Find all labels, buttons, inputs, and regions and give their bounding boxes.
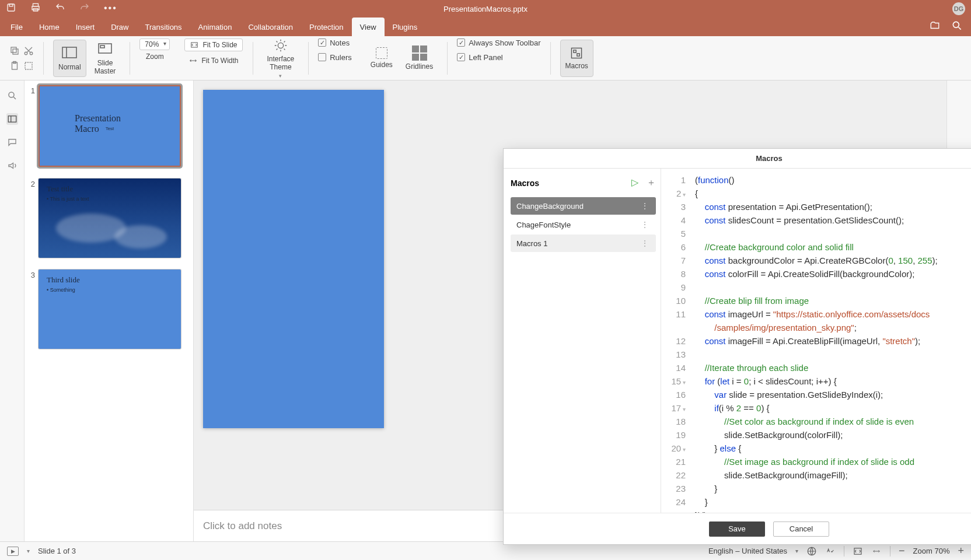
always-toolbar-checkbox[interactable]: ✓Always Show Toolbar: [457, 38, 540, 47]
thumb-num-1: 1: [27, 85, 35, 167]
svg-rect-6: [13, 49, 18, 54]
globe-icon[interactable]: [806, 546, 817, 556]
slideshow-dropdown-icon[interactable]: ▾: [27, 548, 30, 554]
gridlines-label: Gridlines: [406, 62, 433, 71]
document-title: PresentationMacros.pptx: [443, 5, 528, 13]
print-icon[interactable]: [30, 2, 41, 15]
dialog-footer: Save Cancel: [504, 513, 971, 544]
tab-plugins[interactable]: Plugins: [385, 18, 426, 36]
macro-item-chagefontstyle[interactable]: ChageFontStyle⋮: [511, 216, 656, 233]
slide-thumbnails: 1 Presentation Macro Test 2 Test title •…: [25, 80, 194, 541]
zoom-out-button[interactable]: −: [899, 545, 905, 557]
language-select[interactable]: English – United States: [708, 547, 787, 555]
zoom-label: Zoom: [146, 52, 164, 61]
dialog-title: Macros: [756, 154, 783, 163]
language-dropdown-icon[interactable]: ▾: [795, 548, 798, 554]
feedback-icon[interactable]: [6, 160, 18, 172]
menu-bar: File Home Insert Draw Transitions Animat…: [0, 18, 971, 36]
paste-icon[interactable]: [9, 61, 20, 71]
tab-transitions[interactable]: Transitions: [137, 18, 190, 36]
cut-icon[interactable]: [23, 46, 34, 56]
rulers-checkbox[interactable]: Rulers: [318, 53, 352, 62]
slide-master-label: Slide Master: [95, 59, 116, 75]
svg-rect-21: [577, 54, 579, 56]
fit-page-icon[interactable]: [853, 546, 863, 556]
thumb2-bullet: • This is just a text: [47, 196, 89, 202]
tab-insert[interactable]: Insert: [68, 18, 103, 36]
comments-icon[interactable]: [6, 136, 18, 148]
open-location-icon[interactable]: [929, 20, 941, 33]
thumb-num-2: 2: [27, 178, 35, 258]
notes-checkbox[interactable]: ✓Notes: [318, 38, 350, 47]
macro-item-macros1[interactable]: Macros 1⋮: [511, 235, 656, 252]
macro-item-changebackground[interactable]: ChangeBackground⋮: [511, 197, 656, 215]
canvas-wrap: Click to add notes ▲▼ Macros ? ✕ Macros …: [194, 80, 946, 541]
normal-view-button[interactable]: Normal: [53, 40, 86, 77]
fit-slide-label: Fit To Slide: [202, 41, 237, 49]
tab-home[interactable]: Home: [31, 18, 68, 36]
left-panel-checkbox[interactable]: ✓Left Panel: [457, 53, 503, 62]
zoom-select[interactable]: 70%: [139, 38, 170, 50]
interface-theme-button[interactable]: Interface Theme ▾: [263, 40, 299, 77]
search-icon[interactable]: [951, 20, 963, 34]
zoom-in-button[interactable]: +: [958, 545, 964, 557]
svg-rect-23: [8, 116, 16, 123]
tab-collaboration[interactable]: Collaboration: [240, 18, 301, 36]
cancel-button[interactable]: Cancel: [773, 522, 829, 537]
slideshow-icon[interactable]: ▶: [7, 547, 19, 556]
thumbnail-1[interactable]: Presentation Macro Test: [39, 85, 181, 167]
tab-draw[interactable]: Draw: [103, 18, 137, 36]
gridlines-button[interactable]: Gridlines: [401, 40, 438, 77]
qat-more-icon[interactable]: •••: [104, 4, 114, 14]
slide-counter: Slide 1 of 3: [38, 547, 76, 555]
svg-rect-16: [100, 46, 104, 48]
slide-master-button[interactable]: Slide Master: [90, 40, 121, 77]
macro-list-header: Macros: [511, 178, 539, 188]
thumb3-title: Third slide: [47, 275, 80, 285]
notes-placeholder: Click to add notes: [203, 520, 282, 532]
spellcheck-icon[interactable]: [825, 546, 836, 556]
macro-item-label: ChageFontStyle: [516, 220, 571, 229]
svg-rect-20: [574, 50, 576, 52]
redo-icon[interactable]: [79, 2, 90, 15]
svg-point-5: [953, 22, 959, 27]
line-gutter: 12345 678910 11121314 1516171819 2021222…: [661, 169, 689, 513]
zoom-level[interactable]: Zoom 70%: [913, 547, 950, 555]
fit-to-slide-button[interactable]: Fit To Slide: [184, 38, 242, 51]
code-editor[interactable]: 12345 678910 11121314 1516171819 2021222…: [661, 169, 971, 513]
thumbnail-3[interactable]: Third slide • Something: [39, 270, 181, 349]
tab-file[interactable]: File: [2, 18, 31, 36]
always-toolbar-label: Always Show Toolbar: [469, 38, 540, 47]
guides-label: Guides: [371, 61, 393, 69]
run-macro-icon[interactable]: ▷: [631, 177, 638, 189]
select-all-icon[interactable]: [23, 61, 34, 71]
tab-protection[interactable]: Protection: [301, 18, 352, 36]
svg-rect-19: [572, 48, 582, 58]
code-content[interactable]: (function() { const presentation = Api.G…: [689, 169, 971, 513]
current-slide[interactable]: [203, 90, 384, 428]
macros-button[interactable]: Macros: [560, 40, 593, 77]
fit-width-icon[interactable]: [871, 546, 882, 556]
undo-icon[interactable]: [55, 2, 65, 15]
slides-icon[interactable]: [6, 113, 18, 125]
tab-view[interactable]: View: [352, 18, 385, 36]
macro-list-panel: Macros ▷ ＋ ChangeBackground⋮ ChageFontSt…: [504, 169, 661, 513]
svg-rect-2: [33, 4, 39, 6]
svg-rect-0: [8, 4, 15, 11]
user-avatar[interactable]: DG: [952, 2, 965, 15]
fit-to-width-button[interactable]: Fit To Width: [184, 55, 243, 66]
save-button[interactable]: Save: [709, 522, 765, 537]
title-bar: ••• PresentationMacros.pptx DG: [0, 0, 971, 18]
thumbnail-2[interactable]: Test title • This is just a text: [39, 178, 181, 258]
svg-rect-7: [11, 47, 16, 52]
find-icon[interactable]: [6, 90, 18, 102]
macros-label: Macros: [565, 62, 588, 70]
guides-button[interactable]: Guides: [366, 40, 397, 77]
add-macro-icon[interactable]: ＋: [647, 177, 656, 189]
copy-icon[interactable]: [9, 46, 20, 56]
rulers-label: Rulers: [330, 53, 352, 62]
tab-animation[interactable]: Animation: [190, 18, 240, 36]
left-panel-label: Left Panel: [469, 53, 503, 62]
fit-width-label: Fit To Width: [201, 57, 238, 65]
save-icon[interactable]: [6, 2, 16, 15]
